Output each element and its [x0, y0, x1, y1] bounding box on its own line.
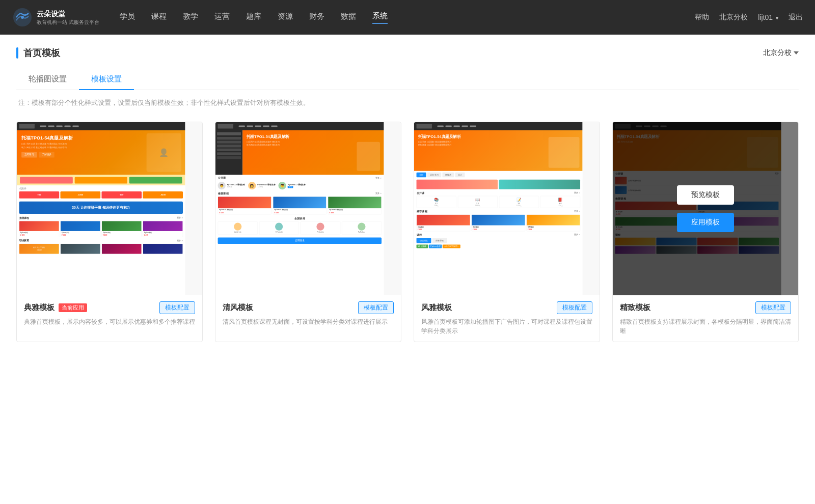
- template-grid: 托福TPO1-54真题及解析 口语 写作 口语是过·结合读作·通向弱点·快乐学习…: [16, 122, 799, 342]
- template-footer-1: 典雅模板 当前应用 模板配置 典雅首页模板，展示内容较多，可以展示优惠券和多个推…: [17, 295, 202, 332]
- config-button-2[interactable]: 模板配置: [358, 301, 394, 314]
- nav-item-finance[interactable]: 财务: [309, 12, 324, 23]
- page-title-bar: [16, 47, 18, 59]
- template-card-2: 托福TPO1-54真题及解析 口语 写作 口语是过·结合读作·快乐学习 听力 阅…: [215, 122, 401, 342]
- logo-text: 云朵设堂 教育机构一站 式服务云平台: [37, 9, 99, 25]
- nav-item-teaching[interactable]: 教学: [183, 12, 198, 23]
- config-button-3[interactable]: 模板配置: [557, 301, 592, 314]
- template-card-4: 托福TPO1-54真题及解析 口语 写作 结合读作 公开课更多: [612, 122, 799, 342]
- tabs: 轮播图设置 模板设置: [16, 69, 799, 90]
- template-preview-1[interactable]: 托福TPO1-54真题及解析 口语 写作 口语是过·结合读作·通向弱点·快乐学习…: [17, 122, 202, 295]
- hover-overlay-4: 预览模板 应用模板: [613, 122, 798, 295]
- template-desc-1: 典雅首页模板，展示内容较多，可以展示优惠券和多个推荐课程: [24, 317, 195, 326]
- nav-item-data[interactable]: 数据: [341, 12, 356, 23]
- chevron-down-icon: [794, 51, 799, 54]
- svg-point-1: [21, 16, 24, 19]
- template-desc-4: 精致首页模板支持课程展示封面，各模板分隔明显，界面简洁清晰: [620, 317, 791, 335]
- page-content: 首页模板 北京分校 轮播图设置 模板设置 注：模板有部分个性化样式设置，设置后仅…: [0, 35, 815, 504]
- config-button-1[interactable]: 模板配置: [159, 301, 195, 314]
- tab-template[interactable]: 模板设置: [79, 69, 134, 90]
- nav-item-resources[interactable]: 资源: [278, 12, 293, 23]
- branch-link[interactable]: 北京分校: [719, 13, 748, 22]
- template-card-1: 托福TPO1-54真题及解析 口语 写作 口语是过·结合读作·通向弱点·快乐学习…: [16, 122, 203, 342]
- current-badge-1: 当前应用: [59, 303, 87, 312]
- template-footer-2: 清风模板 模板配置 清风首页模板课程无封面，可设置按学科分类对课程进行展示: [215, 295, 401, 332]
- template-footer-3: 风雅模板 模板配置 风雅首页模板可添加轮播图下广告图片，可对课程及课程包设置学科…: [414, 295, 600, 342]
- logo-icon: [12, 7, 33, 27]
- page-title: 首页模板: [23, 47, 60, 59]
- apply-button-4[interactable]: 应用模板: [677, 213, 734, 232]
- template-name-2: 清风模板: [223, 303, 253, 313]
- template-card-3: 托福TPO1-54真题及解析 口语 写作 口语是过·结合读作·快乐学习 听力 阅…: [414, 122, 600, 342]
- nav-item-operations[interactable]: 运营: [214, 12, 230, 23]
- template-name-1: 典雅模板: [24, 303, 55, 313]
- page-header: 首页模板 北京分校: [16, 47, 799, 59]
- nav-right: 帮助 北京分校 lijt01 ▾ 退出: [695, 13, 803, 22]
- template-name-3: 风雅模板: [421, 303, 452, 313]
- top-nav: 云朵设堂 教育机构一站 式服务云平台 学员 课程 教学 运营 题库 资源 财务 …: [0, 0, 815, 35]
- note-text: 注：模板有部分个性化样式设置，设置后仅当前模板生效；非个性化样式设置后针对所有模…: [16, 98, 799, 107]
- nav-item-questions[interactable]: 题库: [246, 12, 261, 23]
- tab-carousel[interactable]: 轮播图设置: [16, 69, 79, 90]
- config-button-4[interactable]: 模板配置: [755, 301, 791, 314]
- preview-button-4[interactable]: 预览模板: [677, 185, 734, 205]
- template-preview-2[interactable]: 托福TPO1-54真题及解析 口语 写作 口语是过·结合读作·快乐学习 听力 阅…: [215, 122, 401, 295]
- template-name-4: 精致模板: [620, 303, 650, 313]
- nav-item-system[interactable]: 系统: [372, 11, 388, 24]
- template-desc-3: 风雅首页模板可添加轮播图下广告图片，可对课程及课程包设置学科分类展示: [421, 317, 592, 335]
- nav-item-courses[interactable]: 课程: [151, 12, 167, 23]
- user-menu[interactable]: lijt01 ▾: [758, 13, 778, 21]
- nav-item-students[interactable]: 学员: [120, 12, 135, 23]
- template-preview-3[interactable]: 托福TPO1-54真题及解析 口语 写作 口语是过·结合读作·快乐学习 听力 阅…: [414, 122, 600, 295]
- branch-selector[interactable]: 北京分校: [763, 48, 799, 58]
- template-footer-4: 精致模板 模板配置 精致首页模板支持课程展示封面，各模板分隔明显，界面简洁清晰: [613, 295, 798, 342]
- template-desc-2: 清风首页模板课程无封面，可设置按学科分类对课程进行展示: [223, 317, 394, 326]
- template-preview-4[interactable]: 托福TPO1-54真题及解析 口语 写作 结合读作 公开课更多: [613, 122, 798, 295]
- help-link[interactable]: 帮助: [695, 13, 709, 22]
- logout-link[interactable]: 退出: [789, 13, 803, 22]
- nav-items: 学员 课程 教学 运营 题库 资源 财务 数据 系统: [120, 11, 695, 24]
- logo-area: 云朵设堂 教育机构一站 式服务云平台: [12, 7, 99, 27]
- page-title-wrap: 首页模板: [16, 47, 60, 59]
